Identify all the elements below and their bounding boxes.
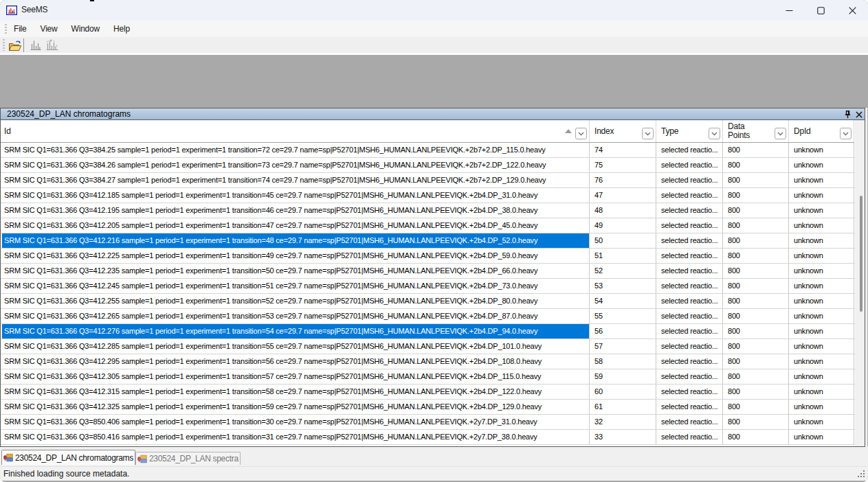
cell-index[interactable]: 50	[590, 233, 656, 248]
table-row[interactable]: SRM SIC Q1=631.366 Q3=412.295 sample=1 p…	[1, 354, 855, 369]
table-row[interactable]: SRM SIC Q1=631.366 Q3=384.25 sample=1 pe…	[1, 143, 855, 158]
cell-dpid[interactable]: unknown	[789, 279, 854, 293]
cell-index[interactable]: 52	[590, 264, 656, 278]
chromatogram-view-button[interactable]	[27, 38, 44, 53]
cell-index[interactable]: 47	[590, 188, 656, 203]
cell-id[interactable]: SRM SIC Q1=631.366 Q3=412.235 sample=1 p…	[2, 264, 590, 278]
column-filter-dropdown[interactable]	[575, 128, 587, 139]
cell-type[interactable]: selected reactio...	[656, 369, 723, 384]
cell-dpid[interactable]: unknown	[789, 143, 854, 157]
table-row[interactable]: SRM SIC Q1=631.366 Q3=412.185 sample=1 p…	[1, 188, 855, 203]
cell-dpid[interactable]: unknown	[789, 218, 854, 233]
table-row[interactable]: SRM SIC Q1=631.366 Q3=384.27 sample=1 pe…	[1, 173, 855, 188]
cell-type[interactable]: selected reactio...	[656, 173, 723, 187]
cell-dpid[interactable]: unknown	[789, 249, 854, 263]
cell-id[interactable]: SRM SIC Q1=631.366 Q3=412.245 sample=1 p…	[2, 279, 590, 293]
cell-dpid[interactable]: unknown	[789, 430, 854, 444]
maximize-button[interactable]	[805, 0, 836, 21]
cell-id[interactable]: SRM SIC Q1=631.366 Q3=850.416 sample=1 p…	[2, 430, 590, 444]
cell-dpid[interactable]: unknown	[789, 324, 854, 338]
cell-index[interactable]: 56	[590, 324, 656, 338]
spectrum-view-button[interactable]	[44, 38, 60, 53]
cell-dataPoints[interactable]: 800	[723, 279, 789, 293]
cell-dataPoints[interactable]: 800	[723, 203, 789, 218]
table-row[interactable]: SRM SIC Q1=631.366 Q3=412.325 sample=1 p…	[1, 400, 855, 415]
cell-index[interactable]: 59	[590, 369, 656, 384]
column-header-id[interactable]: Id	[2, 120, 590, 142]
cell-dpid[interactable]: unknown	[789, 415, 854, 429]
resize-grip-icon[interactable]	[857, 470, 866, 479]
toolbar-grip[interactable]	[3, 39, 5, 51]
cell-dpid[interactable]: unknown	[789, 158, 854, 172]
table-row[interactable]: SRM SIC Q1=631.366 Q3=412.305 sample=1 p…	[1, 369, 855, 385]
cell-dpid[interactable]: unknown	[789, 354, 854, 369]
cell-dpid[interactable]: unknown	[789, 369, 854, 384]
cell-dataPoints[interactable]: 800	[723, 324, 789, 338]
cell-index[interactable]: 61	[590, 400, 656, 414]
cell-index[interactable]: 60	[590, 385, 656, 399]
table-row[interactable]: SRM SIC Q1=631.366 Q3=412.235 sample=1 p…	[1, 264, 855, 279]
cell-dataPoints[interactable]: 800	[723, 415, 789, 429]
cell-type[interactable]: selected reactio...	[656, 203, 723, 218]
cell-dataPoints[interactable]: 800	[723, 369, 789, 384]
cell-dpid[interactable]: unknown	[789, 385, 854, 399]
table-row[interactable]: SRM SIC Q1=631.366 Q3=384.26 sample=1 pe…	[1, 158, 855, 173]
cell-index[interactable]: 54	[590, 294, 656, 308]
cell-id[interactable]: SRM SIC Q1=631.366 Q3=412.265 sample=1 p…	[2, 309, 590, 323]
cell-type[interactable]: selected reactio...	[656, 143, 723, 157]
cell-dataPoints[interactable]: 800	[723, 430, 789, 444]
cell-dataPoints[interactable]: 800	[723, 400, 789, 414]
cell-dpid[interactable]: unknown	[789, 400, 854, 414]
table-row[interactable]: SRM SIC Q1=631.366 Q3=850.406 sample=1 p…	[1, 415, 855, 430]
table-row[interactable]: SRM SIC Q1=631.366 Q3=412.276 sample=1 p…	[1, 324, 855, 339]
cell-dataPoints[interactable]: 800	[723, 218, 789, 233]
table-row[interactable]: SRM SIC Q1=631.366 Q3=412.245 sample=1 p…	[1, 279, 855, 294]
open-file-button[interactable]	[6, 38, 23, 53]
table-row[interactable]: SRM SIC Q1=631.366 Q3=850.416 sample=1 p…	[1, 430, 855, 445]
column-filter-dropdown[interactable]	[775, 128, 786, 139]
cell-id[interactable]: SRM SIC Q1=631.366 Q3=412.276 sample=1 p…	[2, 324, 590, 338]
cell-id[interactable]: SRM SIC Q1=631.366 Q3=412.216 sample=1 p…	[2, 233, 590, 248]
vertical-scrollbar[interactable]	[855, 120, 865, 446]
cell-index[interactable]: 53	[590, 279, 656, 293]
cell-dataPoints[interactable]: 800	[723, 188, 789, 203]
cell-id[interactable]: SRM SIC Q1=631.366 Q3=412.255 sample=1 p…	[2, 294, 590, 308]
cell-id[interactable]: SRM SIC Q1=631.366 Q3=384.26 sample=1 pe…	[2, 158, 590, 172]
cell-dataPoints[interactable]: 800	[723, 385, 789, 399]
cell-index[interactable]: 48	[590, 203, 656, 218]
panel-header[interactable]: 230524_DP_LAN chromatograms	[1, 108, 865, 120]
cell-type[interactable]: selected reactio...	[656, 339, 723, 354]
cell-id[interactable]: SRM SIC Q1=631.366 Q3=850.406 sample=1 p…	[2, 415, 590, 429]
cell-index[interactable]: 74	[590, 143, 656, 157]
cell-type[interactable]: selected reactio...	[656, 264, 723, 278]
cell-index[interactable]: 49	[590, 218, 656, 233]
column-filter-dropdown[interactable]	[642, 128, 654, 139]
menu-view[interactable]: View	[34, 21, 65, 37]
cell-dataPoints[interactable]: 800	[723, 264, 789, 278]
cell-dataPoints[interactable]: 800	[723, 143, 789, 157]
cell-dpid[interactable]: unknown	[789, 173, 854, 187]
cell-index[interactable]: 75	[590, 158, 656, 172]
scrollbar-thumb[interactable]	[860, 196, 863, 312]
cell-dataPoints[interactable]: 800	[723, 158, 789, 172]
cell-id[interactable]: SRM SIC Q1=631.366 Q3=412.205 sample=1 p…	[2, 218, 590, 233]
cell-index[interactable]: 76	[590, 173, 656, 187]
column-header-type[interactable]: Type	[656, 120, 723, 142]
cell-index[interactable]: 32	[590, 415, 656, 429]
cell-dataPoints[interactable]: 800	[723, 233, 789, 248]
cell-index[interactable]: 33	[590, 430, 656, 444]
cell-dpid[interactable]: unknown	[789, 309, 854, 323]
menu-file[interactable]: File	[7, 21, 34, 37]
column-filter-dropdown[interactable]	[840, 128, 852, 139]
table-row[interactable]: SRM SIC Q1=631.366 Q3=412.315 sample=1 p…	[1, 385, 855, 400]
table-row[interactable]: SRM SIC Q1=631.366 Q3=412.195 sample=1 p…	[1, 203, 855, 218]
cell-dpid[interactable]: unknown	[789, 203, 854, 218]
cell-id[interactable]: SRM SIC Q1=631.366 Q3=412.315 sample=1 p…	[2, 385, 590, 399]
table-row[interactable]: SRM SIC Q1=631.366 Q3=412.205 sample=1 p…	[1, 218, 855, 233]
cell-id[interactable]: SRM SIC Q1=631.366 Q3=384.25 sample=1 pe…	[2, 143, 590, 157]
column-header-index[interactable]: Index	[590, 120, 656, 142]
table-row[interactable]: SRM SIC Q1=631.366 Q3=412.255 sample=1 p…	[1, 294, 855, 309]
cell-dataPoints[interactable]: 800	[723, 294, 789, 308]
cell-id[interactable]: SRM SIC Q1=631.366 Q3=412.185 sample=1 p…	[2, 188, 590, 203]
tab-chromatograms[interactable]: 230524_DP_LAN chromatograms	[1, 450, 135, 465]
